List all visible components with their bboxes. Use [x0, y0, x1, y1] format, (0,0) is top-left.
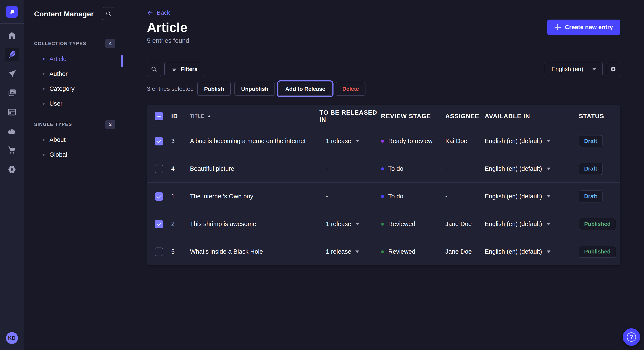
page-title: Article — [147, 20, 187, 35]
cell-available-in[interactable]: English (en) (default) — [485, 193, 579, 200]
filter-icon — [171, 66, 178, 72]
status-badge: Draft — [579, 135, 602, 147]
cell-id: 1 — [171, 193, 190, 200]
cloud-icon[interactable] — [5, 124, 19, 138]
bullet-icon — [42, 88, 44, 90]
content-manager-feather-icon[interactable] — [5, 48, 19, 61]
subnav-divider — [34, 30, 44, 30]
collection-types-count-badge: 4 — [106, 39, 115, 48]
cell-status: Published — [579, 218, 620, 230]
cell-available-in[interactable]: English (en) (default) — [485, 138, 579, 145]
cell-title: The internet's Own boy — [190, 193, 320, 200]
content-manager-subnav: Content Manager COLLECTION TYPES 4 Artic… — [24, 0, 123, 350]
settings-gear-icon[interactable] — [5, 163, 19, 176]
chevron-down-icon — [547, 140, 550, 142]
sidebar-item-about[interactable]: About — [24, 132, 123, 147]
row-checkbox[interactable] — [154, 220, 163, 228]
table-header-row: ID TITLE TO BE RELEASED IN REVIEW STAGE … — [147, 105, 620, 127]
add-to-release-button[interactable]: Add to Release — [278, 82, 332, 96]
active-item-indicator — [122, 55, 123, 67]
bullet-icon — [42, 103, 44, 105]
cell-assignee: - — [445, 193, 485, 200]
unpublish-button[interactable]: Unpublish — [234, 82, 275, 96]
select-all-checkbox[interactable] — [154, 112, 163, 120]
user-avatar[interactable]: KD — [6, 332, 18, 344]
cell-available-in[interactable]: English (en) (default) — [485, 248, 579, 255]
content-type-builder-icon[interactable] — [5, 105, 19, 119]
single-types-count-badge: 2 — [106, 120, 115, 129]
cell-title: What's inside a Black Hole — [190, 248, 320, 255]
back-link[interactable]: Back — [147, 9, 170, 16]
collection-types-label: COLLECTION TYPES — [34, 41, 86, 46]
cell-assignee: Kai Doe — [445, 138, 485, 145]
row-checkbox[interactable] — [154, 247, 163, 256]
cell-release[interactable]: 1 release — [320, 220, 381, 227]
strapi-logo[interactable] — [6, 6, 18, 18]
strapi-logo-glyph — [8, 8, 16, 15]
row-checkbox[interactable] — [154, 137, 163, 146]
entries-table: ID TITLE TO BE RELEASED IN REVIEW STAGE … — [147, 105, 620, 265]
search-icon[interactable] — [147, 62, 161, 76]
row-checkbox[interactable] — [154, 165, 163, 173]
bullet-icon — [42, 139, 44, 141]
cell-id: 4 — [171, 165, 190, 172]
table-row[interactable]: 2 This shrimp is awesome 1 release Revie… — [147, 210, 620, 238]
table-row[interactable]: 3 A bug is becoming a meme on the intern… — [147, 127, 620, 155]
marketplace-cart-icon[interactable] — [5, 144, 19, 157]
cell-assignee: - — [445, 165, 485, 172]
cell-available-in[interactable]: English (en) (default) — [485, 220, 579, 227]
locale-select[interactable]: English (en) — [544, 62, 603, 76]
sidebar-item-article[interactable]: Article — [24, 51, 123, 66]
rail-divider — [0, 23, 24, 24]
create-new-entry-button[interactable]: Create new entry — [547, 19, 620, 35]
chevron-down-icon — [356, 250, 359, 253]
paper-plane-icon[interactable] — [5, 67, 19, 81]
publish-button[interactable]: Publish — [198, 82, 231, 96]
search-icon[interactable] — [102, 7, 115, 20]
main-navigation-rail: KD — [0, 0, 24, 350]
chevron-down-icon — [356, 140, 359, 142]
cell-review-stage: To do — [381, 193, 445, 200]
status-badge: Draft — [579, 190, 602, 202]
bullet-icon — [42, 73, 44, 75]
plus-icon — [554, 24, 561, 30]
table-row[interactable]: 4 Beautiful picture - To do - English (e… — [147, 155, 620, 182]
filters-button[interactable]: Filters — [164, 62, 204, 76]
sidebar-item-user[interactable]: User — [24, 96, 123, 111]
column-header-assignee: ASSIGNEE — [445, 113, 485, 120]
status-badge: Published — [579, 246, 616, 258]
cell-review-stage: Reviewed — [381, 220, 445, 227]
sidebar-item-author[interactable]: Author — [24, 66, 123, 81]
cell-status: Draft — [579, 135, 620, 147]
media-library-icon[interactable] — [5, 86, 19, 100]
delete-button[interactable]: Delete — [336, 82, 366, 96]
table-row[interactable]: 5 What's inside a Black Hole 1 release R… — [147, 238, 620, 265]
cell-status: Published — [579, 246, 620, 258]
entries-count: 5 entries found — [147, 37, 620, 44]
sidebar-item-category[interactable]: Category — [24, 81, 123, 96]
bullet-icon — [42, 154, 44, 156]
cell-id: 2 — [171, 220, 190, 227]
table-row[interactable]: 1 The internet's Own boy - To do - Engli… — [147, 182, 620, 210]
help-button[interactable]: ? — [623, 328, 640, 346]
cell-release[interactable]: 1 release — [320, 138, 381, 145]
chevron-down-icon — [547, 223, 550, 225]
single-types-label: SINGLE TYPES — [34, 122, 72, 127]
chevron-down-icon — [592, 68, 596, 70]
stage-dot — [381, 250, 384, 253]
sidebar-item-global[interactable]: Global — [24, 147, 123, 162]
cell-release[interactable]: 1 release — [320, 248, 381, 255]
cell-review-stage: Reviewed — [381, 248, 445, 255]
sort-by-title-button[interactable]: TITLE — [190, 113, 211, 119]
cell-review-stage: Ready to review — [381, 138, 445, 145]
chevron-down-icon — [547, 168, 550, 170]
cell-title: Beautiful picture — [190, 165, 320, 172]
column-header-review-stage: REVIEW STAGE — [381, 113, 445, 120]
chevron-down-icon — [547, 195, 550, 197]
cell-status: Draft — [579, 190, 620, 202]
row-checkbox[interactable] — [154, 192, 163, 201]
home-icon[interactable] — [5, 29, 19, 42]
view-settings-gear-icon[interactable] — [606, 62, 620, 76]
cell-id: 3 — [171, 138, 190, 145]
cell-available-in[interactable]: English (en) (default) — [485, 165, 579, 172]
